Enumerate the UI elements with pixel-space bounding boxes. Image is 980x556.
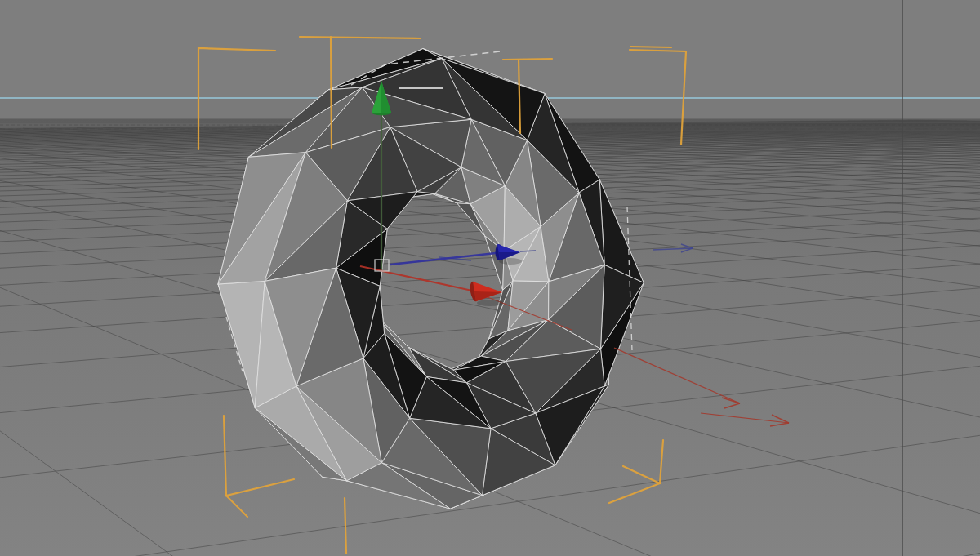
bbox-handle-top-mid-post[interactable] xyxy=(331,37,332,148)
cone-shadow xyxy=(477,300,503,306)
cone-shadow xyxy=(499,258,522,265)
bbox-handle-top-right-tick[interactable] xyxy=(630,47,671,47)
bbox-handle-top-center-bar[interactable] xyxy=(503,59,552,60)
viewport-3d[interactable] xyxy=(0,0,980,556)
